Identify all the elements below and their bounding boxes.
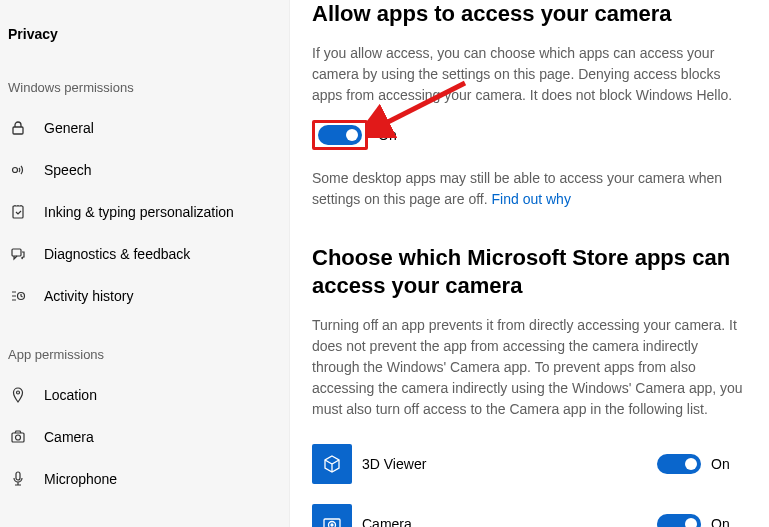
sidebar-item-label: Inking & typing personalization bbox=[44, 204, 234, 220]
app-3d-viewer-icon bbox=[312, 444, 352, 484]
sidebar-item-label: Activity history bbox=[44, 288, 133, 304]
heading-allow-apps: Allow apps to access your camera bbox=[312, 0, 747, 29]
sidebar-item-speech[interactable]: Speech bbox=[0, 149, 289, 191]
desc-allow-apps: If you allow access, you can choose whic… bbox=[312, 43, 747, 106]
sidebar-item-diagnostics[interactable]: Diagnostics & feedback bbox=[0, 233, 289, 275]
location-icon bbox=[8, 385, 28, 405]
sidebar-item-label: Location bbox=[44, 387, 97, 403]
sidebar-item-general[interactable]: General bbox=[0, 107, 289, 149]
find-out-why-link[interactable]: Find out why bbox=[492, 191, 571, 207]
svg-point-5 bbox=[17, 391, 20, 394]
sidebar-item-microphone[interactable]: Microphone bbox=[0, 458, 289, 500]
speech-icon bbox=[8, 160, 28, 180]
sidebar-title: Privacy bbox=[0, 4, 289, 50]
desc-desktop-apps: Some desktop apps may still be able to a… bbox=[312, 168, 747, 210]
app-row-3d-viewer: 3D Viewer On bbox=[312, 434, 747, 494]
app-name: 3D Viewer bbox=[362, 456, 657, 472]
app-row-camera: Camera On bbox=[312, 494, 747, 527]
feedback-icon bbox=[8, 244, 28, 264]
camera-icon bbox=[8, 427, 28, 447]
sidebar-item-label: Speech bbox=[44, 162, 91, 178]
sidebar-section-app-permissions: App permissions bbox=[0, 317, 289, 374]
sidebar-item-activity-history[interactable]: Activity history bbox=[0, 275, 289, 317]
svg-point-7 bbox=[16, 435, 21, 440]
heading-choose-apps: Choose which Microsoft Store apps can ac… bbox=[312, 244, 747, 301]
sidebar: Privacy Windows permissions General Spee… bbox=[0, 0, 290, 527]
svg-rect-2 bbox=[13, 206, 23, 218]
app-list: 3D Viewer On Camera On bbox=[312, 434, 747, 527]
app-toggle-label: On bbox=[711, 456, 730, 472]
sidebar-item-label: Diagnostics & feedback bbox=[44, 246, 190, 262]
svg-point-1 bbox=[13, 168, 18, 173]
desc-choose-apps: Turning off an app prevents it from dire… bbox=[312, 315, 747, 420]
sidebar-item-label: General bbox=[44, 120, 94, 136]
inking-icon bbox=[8, 202, 28, 222]
microphone-icon bbox=[8, 469, 28, 489]
master-toggle-label: On bbox=[378, 127, 397, 143]
sidebar-item-label: Microphone bbox=[44, 471, 117, 487]
lock-icon bbox=[8, 118, 28, 138]
app-toggle-label: On bbox=[711, 516, 730, 527]
app-name: Camera bbox=[362, 516, 657, 527]
sidebar-item-location[interactable]: Location bbox=[0, 374, 289, 416]
svg-point-11 bbox=[331, 524, 333, 526]
sidebar-section-windows-permissions: Windows permissions bbox=[0, 50, 289, 107]
sidebar-item-label: Camera bbox=[44, 429, 94, 445]
sidebar-item-camera[interactable]: Camera bbox=[0, 416, 289, 458]
master-camera-toggle[interactable] bbox=[318, 125, 362, 145]
content-pane: Allow apps to access your camera If you … bbox=[290, 0, 769, 527]
app-toggle-3d-viewer[interactable] bbox=[657, 454, 701, 474]
svg-rect-3 bbox=[12, 249, 21, 256]
activity-history-icon bbox=[8, 286, 28, 306]
master-toggle-row: On bbox=[312, 120, 747, 150]
sidebar-item-inking[interactable]: Inking & typing personalization bbox=[0, 191, 289, 233]
highlight-box bbox=[312, 120, 368, 150]
app-camera-icon bbox=[312, 504, 352, 527]
svg-rect-6 bbox=[12, 433, 24, 442]
svg-rect-0 bbox=[13, 127, 23, 134]
app-toggle-camera[interactable] bbox=[657, 514, 701, 527]
svg-rect-8 bbox=[16, 472, 20, 480]
